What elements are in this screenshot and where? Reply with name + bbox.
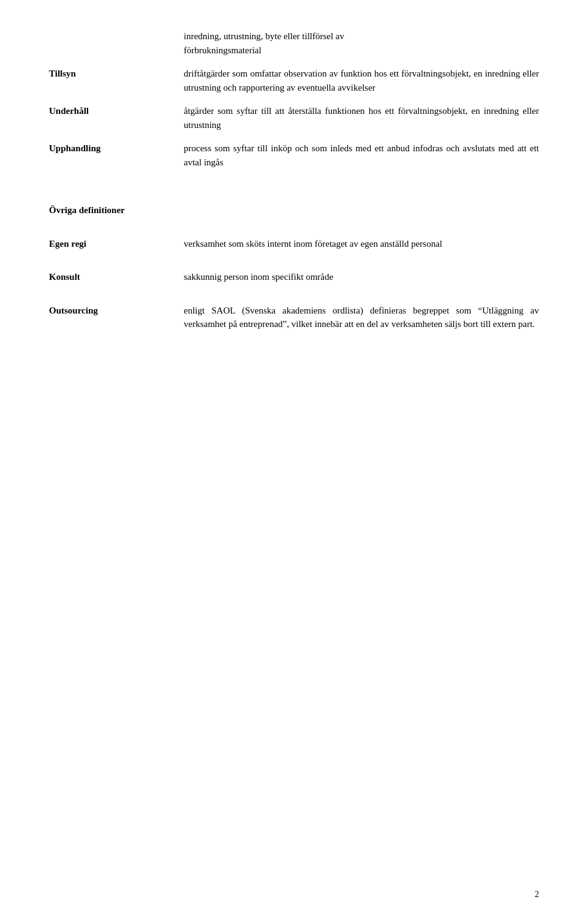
- page-number: 2: [535, 890, 539, 900]
- page: inredning, utrustning, byte eller tillfö…: [0, 0, 588, 924]
- section-header-label-row: Övriga definitioner: [49, 198, 539, 222]
- upphandling-term: Upphandling: [49, 137, 172, 174]
- konsult-term: Konsult: [49, 265, 172, 289]
- konsult-definition: sakkunnig person inom specifikt område: [172, 265, 539, 289]
- upphandling-row: Upphandling process som syftar till inkö…: [49, 137, 539, 174]
- section-header-row: [49, 184, 539, 198]
- section-header-label: Övriga definitioner: [49, 198, 172, 222]
- underhall-row: Underhåll åtgärder som syftar till att å…: [49, 99, 539, 137]
- upphandling-definition: process som syftar till inköp och som in…: [172, 137, 539, 174]
- intro-continuation-row: inredning, utrustning, byte eller tillfö…: [49, 24, 539, 62]
- egen-regi-definition: verksamhet som sköts internt inom företa…: [172, 232, 539, 256]
- underhall-term: Underhåll: [49, 99, 172, 137]
- intro-continuation-text: inredning, utrustning, byte eller tillfö…: [172, 24, 539, 62]
- tillsyn-definition: driftåtgärder som omfattar observation a…: [172, 62, 539, 99]
- outsourcing-row: Outsourcing enligt SAOL (Svenska akademi…: [49, 299, 539, 336]
- egen-regi-term: Egen regi: [49, 232, 172, 256]
- tillsyn-term: Tillsyn: [49, 62, 172, 99]
- outsourcing-definition: enligt SAOL (Svenska akademiens ordlista…: [172, 299, 539, 336]
- egen-regi-row: Egen regi verksamhet som sköts internt i…: [49, 232, 539, 256]
- section-header-def-empty: [172, 198, 539, 222]
- outsourcing-term: Outsourcing: [49, 299, 172, 336]
- section-header-empty: [49, 184, 172, 198]
- intro-term-empty: [49, 24, 172, 62]
- section-header: [172, 184, 539, 198]
- tillsyn-row: Tillsyn driftåtgärder som omfattar obser…: [49, 62, 539, 99]
- underhall-definition: åtgärder som syftar till att återställa …: [172, 99, 539, 137]
- konsult-row: Konsult sakkunnig person inom specifikt …: [49, 265, 539, 289]
